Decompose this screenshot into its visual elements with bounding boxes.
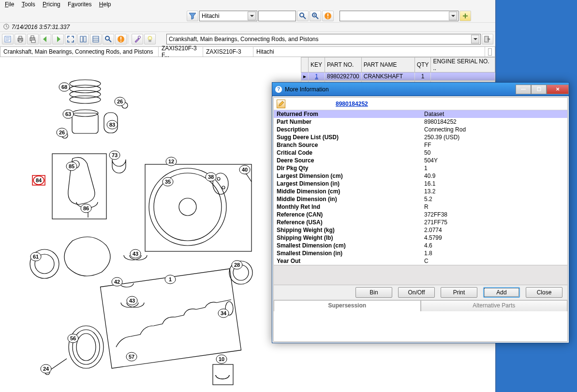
chevron-down-icon[interactable] <box>471 35 479 44</box>
callout-26[interactable]: 26 <box>57 128 67 137</box>
parts-col-marker[interactable] <box>301 58 309 73</box>
callout-34[interactable]: 34 <box>218 309 229 318</box>
svg-rect-21 <box>19 40 22 42</box>
edit-icon[interactable] <box>277 100 285 108</box>
brand-combo[interactable]: Hitachi <box>199 11 257 21</box>
info-value: 5.2 <box>421 195 567 203</box>
callout-63[interactable]: 63 <box>63 110 74 118</box>
tab-supersession[interactable]: Supersession <box>274 300 421 311</box>
toolbar: Crankshaft, Main Bearings, Connecting Ro… <box>0 32 495 46</box>
callout-57[interactable]: 57 <box>126 352 137 361</box>
search-icon[interactable] <box>297 11 309 21</box>
info-value: FF <box>421 141 567 149</box>
breadcrumb-seg3[interactable]: ZAXIS210F-3 <box>203 47 253 57</box>
menu-tools[interactable]: Tools <box>19 0 38 8</box>
dialog-separator <box>274 265 567 285</box>
breadcrumb-assembly[interactable]: Crankshaft, Main Bearings, Connecting Ro… <box>0 47 159 57</box>
table-row[interactable]: ▸18980292700CRANKSHAFT1 <box>301 73 495 81</box>
callout-84[interactable]: 84 <box>32 175 45 185</box>
chevron-down-icon[interactable] <box>248 12 256 20</box>
breadcrumb-seg2[interactable]: ZAXIS210F-3 F... <box>159 47 203 57</box>
chevron-down-icon[interactable] <box>449 12 457 20</box>
alert2-icon[interactable] <box>115 34 127 44</box>
row-key[interactable]: 1 <box>309 73 325 81</box>
list-view-icon[interactable] <box>90 34 102 44</box>
callout-26[interactable]: 26 <box>115 97 125 106</box>
part-number-link[interactable]: 8980184252 <box>336 101 368 107</box>
callout-73[interactable]: 73 <box>109 151 120 160</box>
callout-43[interactable]: 43 <box>130 249 141 258</box>
callout-38[interactable]: 38 <box>206 173 216 181</box>
menu-file[interactable]: File <box>2 0 17 8</box>
close-window-button[interactable]: ✕ <box>547 85 569 94</box>
svg-point-36 <box>148 36 152 40</box>
svg-text:35: 35 <box>165 179 171 185</box>
svg-rect-26 <box>84 36 86 42</box>
add-button[interactable]: Add <box>483 287 520 298</box>
callout-42[interactable]: 42 <box>112 277 122 286</box>
nav-forward-icon[interactable] <box>52 34 64 44</box>
maximize-button[interactable]: ☐ <box>531 85 547 94</box>
callout-83[interactable]: 83 <box>107 120 118 129</box>
svg-rect-51 <box>145 164 252 251</box>
notes-icon[interactable] <box>2 34 14 44</box>
menu-favorites[interactable]: Favorites <box>65 0 94 8</box>
parts-col-qty[interactable]: QTY <box>414 58 431 73</box>
breadcrumb-dropdown[interactable] <box>485 47 495 57</box>
info-row: Largest Dimension (cm)40.9 <box>274 172 567 180</box>
search-plus-icon[interactable] <box>310 11 321 21</box>
callout-10[interactable]: 10 <box>216 355 227 363</box>
callout-12[interactable]: 12 <box>166 157 177 166</box>
parts-table-header[interactable]: KEY PART NO. PART NAME QTY ENGINE SERIAL… <box>301 58 495 73</box>
minimize-button[interactable]: — <box>516 85 531 94</box>
print-all-icon[interactable] <box>27 34 39 44</box>
dialog-titlebar[interactable]: ? More Information — ☐ ✕ <box>272 83 569 96</box>
callout-40[interactable]: 40 <box>239 165 250 174</box>
tab-alternative-parts[interactable]: Alternative Parts <box>421 300 568 311</box>
print-icon[interactable] <box>15 34 26 44</box>
svg-rect-8 <box>327 17 328 18</box>
onoff-button[interactable]: On/Off <box>398 287 435 298</box>
assembly-combo[interactable]: Crankshaft, Main Bearings, Connecting Ro… <box>166 34 481 44</box>
exit-icon[interactable] <box>482 34 493 44</box>
parts-col-partname[interactable]: PART NAME <box>361 58 414 73</box>
breadcrumb-seg4[interactable]: Hitachi <box>253 47 485 57</box>
alert-icon[interactable] <box>322 11 334 21</box>
callout-35[interactable]: 35 <box>163 177 173 186</box>
callout-1[interactable]: 1 <box>165 275 176 284</box>
bin-button[interactable]: Bin <box>355 287 392 298</box>
svg-rect-27 <box>93 36 99 42</box>
info-header-value: Dataset <box>421 110 567 118</box>
callout-86[interactable]: 86 <box>81 204 91 213</box>
bulb-icon[interactable] <box>144 34 156 44</box>
callout-85[interactable]: 85 <box>66 162 77 171</box>
top-input-1[interactable] <box>258 11 296 21</box>
filter-funnel-icon[interactable] <box>187 11 198 21</box>
diagram-pane[interactable]: 6826638326848573123538408661432842143345… <box>0 57 301 392</box>
callout-43[interactable]: 43 <box>127 296 137 305</box>
callout-61[interactable]: 61 <box>30 252 41 261</box>
callout-68[interactable]: 68 <box>59 83 70 91</box>
close-button[interactable]: Close <box>526 287 562 298</box>
fullscreen-icon[interactable] <box>65 34 76 44</box>
svg-text:1: 1 <box>169 276 172 282</box>
info-header-row: Returned From Dataset <box>274 110 567 118</box>
parts-col-partno[interactable]: PART NO. <box>325 58 362 73</box>
split-view-icon[interactable] <box>77 34 89 44</box>
zoom-icon[interactable] <box>103 34 114 44</box>
parts-col-serial[interactable]: ENGINE SERIAL NO. .. <box>431 58 495 73</box>
add-favorite-icon[interactable] <box>459 11 471 21</box>
info-label: Largest Dimension (in) <box>274 180 421 188</box>
print-button[interactable]: Print <box>441 287 477 298</box>
top-search-row: Hitachi <box>0 10 495 22</box>
top-combo-2[interactable] <box>340 11 459 21</box>
nav-back-icon[interactable] <box>40 34 51 44</box>
callout-56[interactable]: 56 <box>68 334 78 343</box>
dialog-title: More Information <box>285 86 329 93</box>
menu-help[interactable]: Help <box>96 0 114 8</box>
callout-24[interactable]: 24 <box>41 364 51 373</box>
tools-icon[interactable] <box>132 34 143 44</box>
callout-28[interactable]: 28 <box>232 261 242 269</box>
parts-col-key[interactable]: KEY <box>309 58 325 73</box>
menu-pricing[interactable]: Pricing <box>40 0 63 8</box>
